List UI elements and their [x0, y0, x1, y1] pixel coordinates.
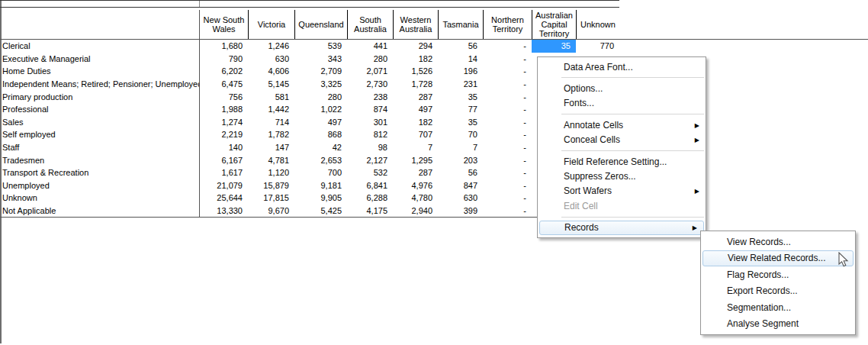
table-cell[interactable]: 4,606 [248, 65, 294, 78]
table-cell[interactable]: - [483, 192, 532, 205]
table-cell[interactable]: 630 [438, 192, 483, 205]
table-cell[interactable]: 140 [200, 141, 248, 154]
row-label[interactable]: Independent Means; Retired; Pensioner; U… [0, 78, 200, 91]
menu-item[interactable]: Suppress Zeros... [538, 169, 706, 183]
column-header[interactable]: Australian Capital Territory [532, 10, 576, 39]
table-cell[interactable]: 70 [438, 128, 483, 141]
table-cell[interactable]: 770 [576, 40, 619, 53]
menu-item[interactable]: Annotate Cells▶ [538, 118, 706, 132]
table-cell[interactable]: 2,709 [294, 65, 347, 78]
table-cell[interactable]: 1,728 [393, 78, 438, 91]
row-label[interactable]: Tradesmen [0, 153, 200, 166]
row-label[interactable]: Executive & Managerial [0, 53, 200, 66]
table-cell[interactable]: 287 [393, 166, 438, 179]
menu-item[interactable]: Fonts... [538, 96, 706, 111]
table-cell[interactable]: 9,905 [294, 192, 347, 205]
table-cell[interactable]: 497 [393, 103, 438, 116]
table-cell[interactable]: - [483, 116, 532, 129]
table-cell[interactable]: 532 [347, 166, 393, 179]
table-cell[interactable]: 6,202 [200, 65, 248, 78]
row-label[interactable]: Sales [0, 116, 200, 129]
table-cell[interactable]: 2,219 [200, 128, 248, 141]
column-header[interactable]: Queensland [294, 10, 347, 39]
table-cell[interactable]: 9,670 [248, 205, 294, 218]
table-cell[interactable]: 847 [438, 179, 483, 192]
row-label[interactable]: Primary production [0, 90, 200, 103]
table-cell[interactable]: 25,644 [200, 192, 248, 205]
column-header[interactable]: New South Wales [200, 10, 248, 39]
table-cell[interactable]: 6,841 [347, 179, 393, 192]
row-label[interactable]: Unemployed [0, 179, 200, 192]
menu-item[interactable]: Sort Wafers▶ [538, 184, 706, 198]
column-header[interactable]: Western Australia [393, 10, 438, 39]
table-cell[interactable]: 497 [294, 116, 347, 129]
table-cell[interactable]: 1,295 [393, 153, 438, 166]
row-label[interactable]: Unknown [0, 192, 200, 205]
menu-item[interactable]: Data Area Font... [538, 60, 706, 74]
row-label[interactable]: Clerical [0, 40, 200, 53]
table-cell[interactable]: 2,730 [347, 78, 393, 91]
row-label[interactable]: Staff [0, 141, 200, 154]
table-cell[interactable]: 2,127 [347, 153, 393, 166]
menu-item[interactable]: Records▶ [539, 221, 704, 235]
column-header[interactable]: South Australia [347, 10, 393, 39]
table-cell[interactable]: - [483, 128, 532, 141]
table-cell[interactable]: 539 [294, 40, 347, 53]
table-cell[interactable]: 2,940 [393, 205, 438, 218]
table-cell[interactable]: 4,781 [248, 153, 294, 166]
table-cell[interactable]: 707 [393, 128, 438, 141]
table-cell[interactable]: 7 [438, 141, 483, 154]
table-cell[interactable]: 4,780 [393, 192, 438, 205]
table-cell[interactable]: 868 [294, 128, 347, 141]
table-cell[interactable]: 630 [248, 53, 294, 66]
table-cell[interactable]: 56 [438, 40, 483, 53]
table-cell[interactable]: 301 [347, 116, 393, 129]
menu-item[interactable]: Conceal Cells▶ [538, 133, 706, 147]
table-cell[interactable]: 15,879 [248, 179, 294, 192]
table-cell[interactable]: 182 [393, 53, 438, 66]
table-cell[interactable]: 21,079 [200, 179, 248, 192]
table-cell[interactable]: 756 [200, 90, 248, 103]
table-cell[interactable]: 343 [294, 53, 347, 66]
table-cell[interactable]: 714 [248, 116, 294, 129]
row-label[interactable]: Self employed [0, 128, 200, 141]
table-cell[interactable]: 1,246 [248, 40, 294, 53]
table-cell[interactable]: 147 [248, 141, 294, 154]
menu-item[interactable]: Export Records... [701, 283, 855, 300]
selected-cell[interactable]: 35 [532, 40, 576, 53]
table-cell[interactable]: 13,330 [200, 205, 248, 218]
menu-item[interactable]: Field Reference Setting... [538, 154, 706, 169]
table-cell[interactable]: 1,120 [248, 166, 294, 179]
row-label[interactable]: Transport & Recreation [0, 166, 200, 179]
table-cell[interactable]: 294 [393, 40, 438, 53]
column-header[interactable]: Unknown [576, 10, 619, 39]
table-cell[interactable]: 203 [438, 153, 483, 166]
table-cell[interactable]: - [483, 40, 532, 53]
table-cell[interactable]: 790 [200, 53, 248, 66]
table-cell[interactable]: - [483, 141, 532, 154]
table-cell[interactable]: 812 [347, 128, 393, 141]
table-cell[interactable]: 874 [347, 103, 393, 116]
table-cell[interactable]: 2,071 [347, 65, 393, 78]
table-cell[interactable]: 3,325 [294, 78, 347, 91]
table-cell[interactable]: 399 [438, 205, 483, 218]
table-cell[interactable]: 42 [294, 141, 347, 154]
menu-item[interactable]: Flag Records... [701, 266, 855, 283]
column-header[interactable]: Victoria [248, 10, 294, 39]
table-cell[interactable]: 1,988 [200, 103, 248, 116]
table-cell[interactable]: - [483, 53, 532, 66]
table-cell[interactable]: 287 [393, 90, 438, 103]
table-cell[interactable]: 98 [347, 141, 393, 154]
table-cell[interactable]: 5,145 [248, 78, 294, 91]
table-cell[interactable]: 280 [294, 90, 347, 103]
row-label[interactable]: Professional [0, 103, 200, 116]
table-cell[interactable]: 6,475 [200, 78, 248, 91]
table-cell[interactable]: 700 [294, 166, 347, 179]
table-cell[interactable]: 77 [438, 103, 483, 116]
column-header[interactable]: Northern Territory [483, 10, 532, 39]
table-cell[interactable]: 5,425 [294, 205, 347, 218]
row-label[interactable]: Not Applicable [0, 205, 200, 218]
table-cell[interactable]: 56 [438, 166, 483, 179]
table-cell[interactable]: - [483, 166, 532, 179]
table-cell[interactable]: - [483, 103, 532, 116]
